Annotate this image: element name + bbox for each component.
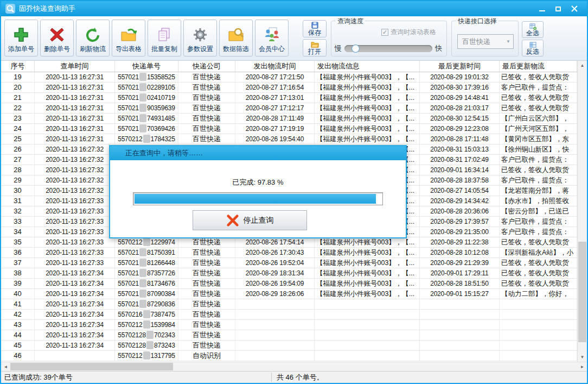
cell-sent-info: 【福建泉州小件账号003】，【... [315, 93, 420, 103]
scroll-table-checkbox-label: 查询时滚动表格 [391, 28, 436, 37]
export-table-button[interactable]: 导出表格 [112, 20, 145, 56]
cell-query-time: 2020-11-13 16:27:34 [35, 310, 115, 319]
table-row[interactable]: 402020-11-13 16:27:3455702187090384百世快递2… [1, 289, 577, 299]
table-row[interactable]: 382020-11-13 16:27:3455702187357726百世快递2… [1, 268, 577, 279]
censored-digits [143, 351, 150, 360]
cell-update-time: 2020-08-29 17:39:57 [420, 217, 500, 226]
progress-done-text: 已完成: 97.83 % [110, 178, 406, 187]
fast-label: 快 [435, 43, 442, 53]
cell-sent-info: 【福建泉州小件账号003】，【... [315, 124, 420, 134]
table-row[interactable]: 412020-11-13 16:27:3455702187290836百世快递 [1, 299, 577, 310]
scroll-table-checkbox[interactable]: ✓ 查询时滚动表格 [381, 28, 436, 37]
cell-update-time: 2020-08-30 17:39:16 [420, 83, 500, 92]
cell-update-time: 2020-08-29 14:34:42 [420, 196, 500, 206]
cell-sent-time: 2020-08-27 17:13:01 [235, 93, 315, 103]
header-update-info[interactable]: 最后更新物流 [500, 61, 577, 72]
vertical-scrollbar-thumb[interactable] [578, 242, 586, 342]
cell-tracking-number: 55702128702343 [115, 330, 178, 340]
table-row[interactable]: 202020-11-13 16:27:3155702102289105百世快递2… [1, 83, 577, 93]
select-all-button[interactable]: 全选 [522, 21, 544, 38]
add-tracking-button[interactable]: 添加单号 [4, 20, 38, 56]
table-row[interactable]: 452020-11-13 16:27:3455702128873243百世快递 [1, 341, 577, 351]
scroll-up-icon[interactable]: ▲ [578, 61, 587, 70]
header-update-time[interactable]: 最后更新时间 [420, 61, 500, 72]
express-company-select[interactable]: 百世快递 ▼ [457, 34, 514, 49]
batch-copy-label: 批量复制 [151, 45, 177, 54]
scroll-right-icon[interactable]: ► [578, 362, 587, 372]
horizontal-scrollbar[interactable]: ◄ ► [1, 362, 587, 371]
cell-sent-info: 【福建泉州小件账号003】，【... [315, 289, 420, 299]
settings-button[interactable]: 参数设置 [183, 20, 217, 56]
cell-update-time: 2020-08-29 12:23:08 [420, 124, 500, 134]
cell-index: 45 [1, 341, 35, 350]
status-divider [271, 373, 272, 382]
cell-update-time: 2020-08-30 12:54:15 [420, 114, 500, 123]
censored-digits [139, 83, 146, 91]
header-tracking-number[interactable]: 快递单号 [115, 61, 178, 72]
close-button[interactable] [566, 3, 583, 15]
header-sent-info[interactable]: 发出物流信息 [315, 61, 420, 72]
cell-query-time: 2020-11-13 16:27:31 [35, 93, 115, 103]
table-row[interactable]: 392020-11-13 16:27:3455702181734676百世快递2… [1, 279, 577, 289]
cell-sent-info: 【福建泉州小件账号003】，【... [315, 268, 420, 278]
table-row[interactable]: 422020-11-13 16:27:3455702167387475百世快递 [1, 310, 577, 320]
scroll-down-icon[interactable]: ▼ [578, 352, 587, 362]
folder-magnifier-icon [228, 27, 244, 43]
censored-digits [139, 114, 146, 122]
table-row[interactable]: 442020-11-13 16:27:3455702128702343百世快递 [1, 330, 577, 341]
cell-sent-info [315, 351, 420, 361]
cell-query-time: 2020-11-13 16:27:34 [35, 299, 115, 309]
cell-update-time [420, 341, 500, 350]
table-row[interactable]: 352020-11-13 16:27:3355702121229974百世快递2… [1, 237, 577, 248]
header-query-time[interactable]: 查单时间 [35, 61, 115, 72]
app-window: 固乔快递查询助手 添加单号 删除单号 刷新物流 导出表格 批量复制 [0, 0, 588, 384]
cell-update-info: 客户已取件，提货点： [500, 217, 577, 226]
save-button[interactable]: 保存 [303, 20, 327, 37]
table-row[interactable]: 232020-11-13 16:27:3155702174931485百世快递2… [1, 114, 577, 124]
cell-tracking-number: 55702181266448 [115, 258, 178, 268]
table-row[interactable]: 212020-11-13 16:27:3155702102410719百世快递2… [1, 93, 577, 103]
cell-update-time: 2020-08-28 21:03:17 [420, 103, 500, 113]
table-row[interactable]: 4655702121317795自动识别 [1, 351, 577, 361]
open-label: 打开 [308, 48, 321, 55]
cell-query-time: 2020-11-13 16:27:34 [35, 320, 115, 330]
checkbox-check-icon: ✓ [381, 29, 388, 36]
open-button[interactable]: 打开 [303, 39, 327, 56]
member-center-button[interactable]: 会员中心 [255, 20, 289, 56]
cell-company: 自动识别 [178, 351, 235, 361]
cell-sent-info: 【福建泉州小件账号003】，【... [315, 83, 420, 92]
speed-slider[interactable] [344, 45, 432, 52]
table-row[interactable]: 362020-11-13 16:27:3355702181750391百世快递2… [1, 248, 577, 258]
table-row[interactable]: 192020-11-13 16:27:3155702115358525百世快递2… [1, 72, 577, 83]
table-row[interactable]: 372020-11-13 16:27:3355702181266448百世快递2… [1, 258, 577, 268]
table-row[interactable]: 222020-11-13 16:27:3155702190359639百世快递2… [1, 103, 577, 114]
gear-icon [192, 27, 208, 43]
cell-index: 25 [1, 134, 35, 144]
minimize-button[interactable] [534, 3, 550, 15]
horizontal-scrollbar-thumb[interactable] [10, 363, 173, 370]
cell-update-info: 【动力二部】，你好， [500, 289, 577, 299]
data-filter-button[interactable]: 数据筛选 [219, 20, 253, 56]
dialog-titlebar: 正在查询中，请稍等…… [110, 146, 406, 160]
window-title: 固乔快递查询助手 [19, 4, 75, 14]
table-row[interactable]: 432020-11-13 16:27:3455702121539984百世快递 [1, 320, 577, 330]
batch-copy-button[interactable]: 批量复制 [148, 20, 181, 56]
cell-tracking-number: 55702115358525 [115, 72, 178, 82]
table-row[interactable]: 252020-11-13 16:27:3155702121784325百世快递2… [1, 134, 577, 144]
copy-icon [156, 27, 172, 43]
invert-selection-button[interactable]: 反选 [522, 40, 544, 56]
header-company[interactable]: 快递公司 [178, 61, 235, 72]
scroll-left-icon[interactable]: ◄ [1, 362, 10, 372]
vertical-scrollbar[interactable]: ▲ ▼ [577, 61, 587, 362]
speed-slider-thumb[interactable] [351, 45, 360, 53]
cell-update-time: 2020-09-01 16:34:14 [420, 165, 500, 175]
cell-sent-time: 2020-08-26 17:30:43 [235, 248, 315, 257]
table-row[interactable]: 242020-11-13 16:27:3155702170369426百世快递2… [1, 124, 577, 134]
stop-query-button[interactable]: 停止查询 [193, 210, 307, 230]
censored-digits [146, 331, 154, 339]
header-sent-time[interactable]: 发出物流时间 [235, 61, 315, 72]
header-index[interactable]: 序号 [1, 61, 35, 72]
maximize-button[interactable] [550, 3, 566, 15]
refresh-logistics-button[interactable]: 刷新物流 [76, 20, 110, 56]
delete-tracking-button[interactable]: 删除单号 [40, 20, 74, 56]
